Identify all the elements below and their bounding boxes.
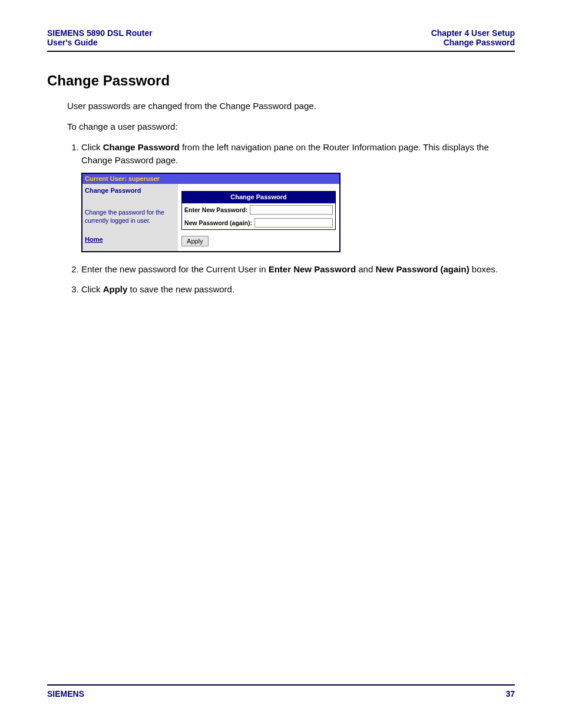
step-2: Enter the new password for the Current U… bbox=[81, 263, 515, 276]
step3-post: to save the new password. bbox=[127, 284, 234, 294]
step2-bold2: New Password (again) bbox=[375, 264, 469, 274]
step2-bold1: Enter New Password bbox=[269, 264, 356, 274]
step1-bold: Change Password bbox=[103, 142, 180, 152]
label-enter-new-password: Enter New Password: bbox=[184, 206, 247, 215]
step2-post: boxes. bbox=[470, 264, 498, 274]
step-1: Click Change Password from the left navi… bbox=[81, 141, 515, 252]
step3-bold: Apply bbox=[103, 284, 128, 294]
page-title: Change Password bbox=[47, 73, 515, 89]
router-ui-screenshot: Current User: superuser Change Password … bbox=[81, 173, 340, 253]
header-left-line2: User's Guide bbox=[47, 38, 153, 47]
input-new-password-again[interactable] bbox=[254, 218, 333, 228]
intro-text-1: User passwords are changed from the Chan… bbox=[67, 100, 515, 112]
footer-page-number: 37 bbox=[505, 689, 515, 699]
router-home-link[interactable]: Home bbox=[85, 236, 103, 243]
step3-pre: Click bbox=[81, 284, 103, 294]
header-right-line2: Change Password bbox=[431, 38, 515, 47]
header-right-line1: Chapter 4 User Setup bbox=[431, 28, 515, 38]
router-sidebar-title: Change Password bbox=[85, 186, 176, 196]
router-sidebar: Change Password Change the password for … bbox=[82, 184, 178, 251]
page-header: SIEMENS 5890 DSL Router User's Guide Cha… bbox=[47, 28, 515, 52]
step2-pre: Enter the new password for the Current U… bbox=[81, 264, 269, 274]
footer-left: SIEMENS bbox=[47, 689, 84, 699]
step2-mid: and bbox=[356, 264, 375, 274]
router-form: Change Password Enter New Password: New … bbox=[181, 191, 336, 230]
input-enter-new-password[interactable] bbox=[250, 205, 333, 215]
router-topbar: Current User: superuser bbox=[82, 174, 339, 185]
step1-pre: Click bbox=[81, 142, 103, 152]
apply-button[interactable]: Apply bbox=[181, 236, 209, 246]
intro-text-2: To change a user password: bbox=[67, 120, 515, 133]
step-3: Click Apply to save the new password. bbox=[81, 283, 515, 296]
page-footer: SIEMENS 37 bbox=[47, 684, 515, 699]
router-sidebar-desc: Change the password for the currently lo… bbox=[85, 209, 176, 224]
header-left-line1: SIEMENS 5890 DSL Router bbox=[47, 28, 153, 38]
router-form-title: Change Password bbox=[182, 192, 335, 203]
label-new-password-again: New Password (again): bbox=[184, 219, 252, 228]
